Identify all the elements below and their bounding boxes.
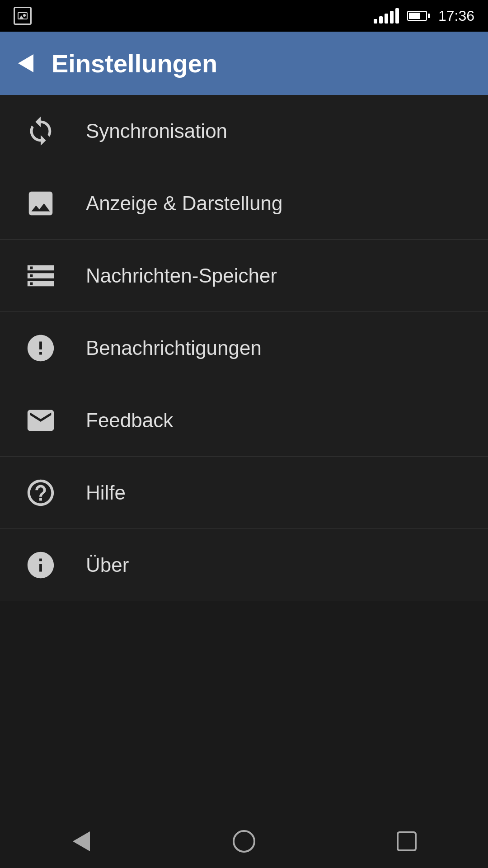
back-button[interactable] <box>18 54 33 72</box>
nav-back-button[interactable] <box>59 823 104 859</box>
menu-label-ueber: Über <box>86 554 129 576</box>
nav-home-icon <box>233 830 255 853</box>
nav-back-icon <box>73 831 90 851</box>
battery-icon <box>407 11 430 21</box>
bottom-nav <box>0 814 488 868</box>
notification-icon <box>23 330 59 366</box>
nav-home-button[interactable] <box>221 823 267 859</box>
menu-item-benachrichtigungen[interactable]: Benachrichtigungen <box>0 312 488 384</box>
app-bar: Einstellungen <box>0 32 488 95</box>
status-bar: 17:36 <box>0 0 488 32</box>
menu-label-feedback: Feedback <box>86 409 173 432</box>
back-arrow-icon <box>18 54 33 72</box>
status-time: 17:36 <box>438 8 474 24</box>
nav-recent-icon <box>397 831 417 851</box>
menu-label-anzeige: Anzeige & Darstellung <box>86 192 282 215</box>
menu-item-synchronisation[interactable]: Synchronisation <box>0 95 488 167</box>
menu-label-synchronisation: Synchronisation <box>86 120 227 142</box>
storage-icon <box>23 258 59 294</box>
nav-recent-button[interactable] <box>384 823 429 859</box>
info-circle-icon <box>23 547 59 583</box>
menu-item-anzeige-darstellung[interactable]: Anzeige & Darstellung <box>0 167 488 240</box>
status-bar-left <box>14 0 32 32</box>
signal-bars <box>374 8 399 24</box>
menu-item-nachrichten-speicher[interactable]: Nachrichten-Speicher <box>0 240 488 312</box>
empty-space <box>0 601 488 814</box>
page-title: Einstellungen <box>52 49 217 78</box>
menu-item-hilfe[interactable]: Hilfe <box>0 457 488 529</box>
help-icon <box>23 475 59 511</box>
sync-icon <box>23 113 59 149</box>
menu-item-ueber[interactable]: Über <box>0 529 488 601</box>
menu-item-feedback[interactable]: Feedback <box>0 384 488 457</box>
menu-label-benachrichtigungen: Benachrichtigungen <box>86 337 262 359</box>
menu-label-hilfe: Hilfe <box>86 481 126 504</box>
menu-label-nachrichten: Nachrichten-Speicher <box>86 264 277 287</box>
feedback-icon <box>23 402 59 439</box>
image-icon <box>23 185 59 222</box>
menu-list: Synchronisation Anzeige & Darstellung Na… <box>0 95 488 601</box>
